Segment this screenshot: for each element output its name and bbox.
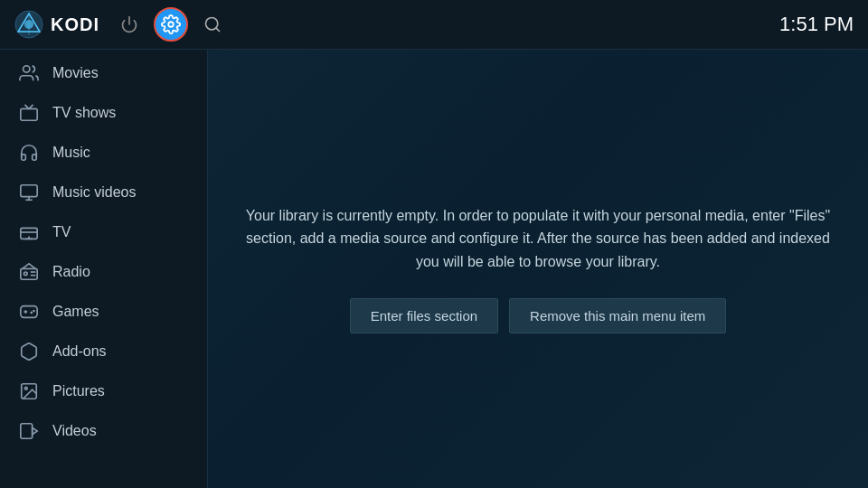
svg-marker-29 <box>33 427 37 434</box>
addons-icon <box>18 341 40 362</box>
radio-icon <box>18 261 40 283</box>
kodi-logo-text: KODI <box>51 14 99 35</box>
sidebar-item-games[interactable]: Games <box>0 292 207 332</box>
musicvideos-label: Music videos <box>52 184 136 201</box>
music-icon <box>18 142 40 164</box>
sidebar-item-movies[interactable]: Movies <box>0 53 207 93</box>
sidebar-item-music[interactable]: Music <box>0 133 207 173</box>
svg-rect-11 <box>21 185 37 197</box>
tv-icon <box>18 221 40 243</box>
top-bar-icons <box>112 7 230 42</box>
top-bar: KODI 1:51 PM <box>0 0 868 50</box>
pictures-label: Pictures <box>52 383 105 399</box>
svg-line-8 <box>216 28 220 32</box>
empty-library-actions: Enter files section Remove this main men… <box>244 298 832 333</box>
sidebar-item-musicvideos[interactable]: Music videos <box>0 173 207 212</box>
kodi-logo-icon <box>14 10 43 39</box>
settings-icon <box>161 14 181 34</box>
pictures-icon <box>18 380 40 402</box>
search-button[interactable] <box>195 7 230 42</box>
power-icon <box>120 15 138 33</box>
sidebar: Movies TV shows Music <box>0 50 208 488</box>
empty-library-message: Your library is currently empty. In orde… <box>244 204 832 274</box>
top-bar-left: KODI <box>14 7 230 42</box>
content-area: Your library is currently empty. In orde… <box>208 50 868 488</box>
tvshows-label: TV shows <box>52 105 116 121</box>
games-icon <box>18 301 40 323</box>
music-label: Music <box>52 145 90 161</box>
svg-rect-28 <box>21 424 33 439</box>
search-icon <box>203 15 222 33</box>
sidebar-item-tv[interactable]: TV <box>0 212 207 252</box>
svg-rect-10 <box>21 108 37 120</box>
sidebar-item-pictures[interactable]: Pictures <box>0 371 207 411</box>
svg-rect-18 <box>21 268 37 279</box>
time-display: 1:51 PM <box>779 13 854 36</box>
videos-label: Videos <box>52 423 97 439</box>
games-label: Games <box>52 304 99 320</box>
addons-label: Add-ons <box>52 343 107 360</box>
settings-button[interactable] <box>154 7 188 42</box>
sidebar-item-tvshows[interactable]: TV shows <box>0 93 207 133</box>
empty-library-box: Your library is currently empty. In orde… <box>244 204 832 334</box>
svg-point-9 <box>24 66 30 72</box>
enter-files-button[interactable]: Enter files section <box>350 298 498 333</box>
movies-icon <box>18 62 40 84</box>
musicvideos-icon <box>18 182 40 203</box>
videos-icon <box>18 420 40 442</box>
tvshows-icon <box>18 102 40 124</box>
svg-point-19 <box>24 272 28 276</box>
power-button[interactable] <box>112 7 146 42</box>
main-layout: Movies TV shows Music <box>0 50 868 488</box>
sidebar-item-addons[interactable]: Add-ons <box>0 332 207 371</box>
tv-label: TV <box>52 224 71 240</box>
kodi-logo: KODI <box>14 10 99 39</box>
svg-point-27 <box>24 387 27 389</box>
sidebar-item-radio[interactable]: Radio <box>0 252 207 292</box>
svg-point-6 <box>168 22 174 27</box>
radio-label: Radio <box>52 264 90 280</box>
movies-label: Movies <box>52 65 99 81</box>
sidebar-item-videos[interactable]: Videos <box>0 411 207 451</box>
remove-menu-item-button[interactable]: Remove this main menu item <box>509 298 726 333</box>
